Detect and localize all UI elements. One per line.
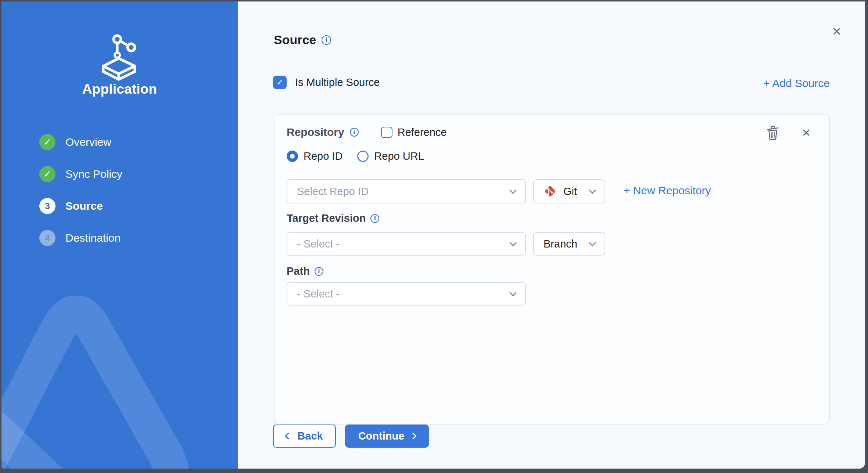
step-label: Overview <box>65 136 111 148</box>
continue-button-label: Continue <box>358 430 405 442</box>
git-icon <box>544 185 557 198</box>
reference-checkbox[interactable] <box>381 127 392 138</box>
chevron-down-icon <box>589 187 596 194</box>
new-repository-button[interactable]: + New Repository <box>624 184 711 197</box>
chevron-down-icon <box>509 289 517 296</box>
target-revision-select[interactable]: - Select - <box>287 232 526 256</box>
target-revision-label: Target Revision <box>287 212 366 224</box>
is-multiple-source-checkbox[interactable]: ✓ <box>273 76 287 89</box>
wizard-sidebar: Application ✓ Overview ✓ Sync Policy 3 S… <box>1 1 238 469</box>
path-label: Path <box>287 265 310 277</box>
chevron-down-icon <box>509 187 517 194</box>
source-step-panel: ✕ Source i ✓ Is Multiple Source + Add So… <box>238 1 865 469</box>
is-multiple-source-label: Is Multiple Source <box>295 76 380 89</box>
continue-button[interactable]: Continue <box>345 425 429 448</box>
step-number: 4 <box>39 230 55 246</box>
repo-id-select-placeholder: Select Repo ID <box>297 185 369 198</box>
back-button[interactable]: Back <box>273 425 336 448</box>
chevron-left-icon <box>285 433 292 439</box>
repository-info-icon[interactable]: i <box>350 128 359 137</box>
step-sync-policy[interactable]: ✓ Sync Policy <box>39 166 122 182</box>
step-number: 3 <box>39 198 55 214</box>
repo-type-value: Git <box>563 185 577 198</box>
revision-type-select[interactable]: Branch <box>533 232 605 256</box>
repo-url-radio[interactable] <box>357 151 369 162</box>
step-destination[interactable]: 4 Destination <box>39 230 122 246</box>
delete-source-button[interactable] <box>765 124 781 141</box>
watermark-logo <box>1 296 238 469</box>
step-label: Destination <box>65 232 121 244</box>
add-source-button[interactable]: + Add Source <box>763 77 830 90</box>
chevron-right-icon <box>410 433 417 439</box>
repo-id-radio[interactable] <box>287 151 298 162</box>
path-placeholder: - Select - <box>297 288 340 300</box>
chevron-down-icon <box>509 239 517 246</box>
page-title: Source <box>274 33 316 47</box>
path-select[interactable]: - Select - <box>287 282 526 306</box>
target-revision-info-icon[interactable]: i <box>370 214 379 223</box>
reference-label: Reference <box>398 126 447 138</box>
revision-type-value: Branch <box>544 238 577 250</box>
close-icon[interactable]: ✕ <box>828 23 846 40</box>
repo-url-label: Repo URL <box>374 150 424 162</box>
step-check-icon: ✓ <box>39 166 55 182</box>
remove-source-icon[interactable]: ✕ <box>798 124 815 141</box>
wizard-steps: ✓ Overview ✓ Sync Policy 3 Source 4 Dest… <box>39 134 122 246</box>
application-wizard-modal: Application ✓ Overview ✓ Sync Policy 3 S… <box>1 1 865 469</box>
application-icon <box>98 34 141 82</box>
step-check-icon: ✓ <box>39 134 55 150</box>
repo-id-label: Repo ID <box>304 150 342 162</box>
repo-type-select[interactable]: Git <box>533 179 605 203</box>
step-source[interactable]: 3 Source <box>39 198 122 214</box>
chevron-down-icon <box>589 239 596 246</box>
wizard-title: Application <box>1 82 238 97</box>
target-revision-placeholder: - Select - <box>297 238 340 250</box>
path-info-icon[interactable]: i <box>315 267 323 276</box>
step-label: Sync Policy <box>65 168 122 180</box>
repo-id-select[interactable]: Select Repo ID <box>287 179 526 203</box>
source-info-icon[interactable]: i <box>322 35 331 45</box>
trash-icon <box>766 125 780 140</box>
step-overview[interactable]: ✓ Overview <box>39 134 122 150</box>
step-label: Source <box>65 200 103 212</box>
source-card: Repository i Reference <box>274 114 830 425</box>
back-button-label: Back <box>297 430 323 442</box>
repository-label: Repository <box>287 126 344 138</box>
